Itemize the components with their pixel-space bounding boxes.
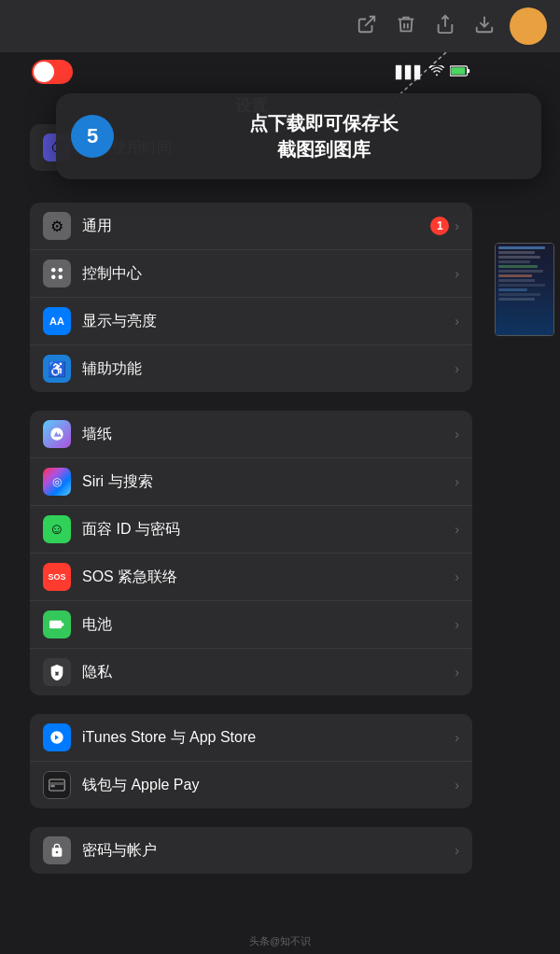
chevron-icon: › xyxy=(455,730,459,745)
svg-point-6 xyxy=(51,268,56,273)
sos-icon: SOS xyxy=(43,563,71,591)
export-icon[interactable] xyxy=(357,14,377,39)
display-icon: AA xyxy=(43,307,71,335)
row-faceid[interactable]: ☺ 面容 ID 与密码 › xyxy=(30,506,472,554)
row-accessibility[interactable]: ♿ 辅助功能 › xyxy=(30,345,472,392)
row-passwords[interactable]: 密码与帐户 › xyxy=(30,827,472,874)
settings-group-2: ⚙ 通用 1 › 控制中心 › AA 显示与亮度 › ♿ 辅助功能 xyxy=(30,203,472,392)
thumbnail-inner xyxy=(496,244,553,335)
svg-point-8 xyxy=(51,275,56,280)
faceid-label: 面容 ID 与密码 xyxy=(82,520,455,540)
chevron-icon: › xyxy=(455,474,459,489)
appstore-icon xyxy=(43,723,71,751)
svg-line-0 xyxy=(365,16,374,25)
chevron-icon: › xyxy=(455,617,459,632)
wifi-icon xyxy=(429,65,444,79)
svg-rect-11 xyxy=(62,623,63,626)
general-label: 通用 xyxy=(82,217,430,236)
svg-point-9 xyxy=(59,275,63,280)
download-icon[interactable] xyxy=(474,14,495,39)
status-bar: ▋▋▋ xyxy=(17,52,485,91)
itunes-label: iTunes Store 与 App Store xyxy=(82,728,455,748)
chevron-icon: › xyxy=(455,522,459,537)
callout-tooltip: 5 点下载即可保存长截图到图库 xyxy=(56,93,541,179)
svg-rect-10 xyxy=(49,621,62,629)
chevron-icon: › xyxy=(455,314,459,329)
svg-rect-4 xyxy=(468,68,470,72)
siri-icon: ◎ xyxy=(43,468,71,496)
settings-group-5: 密码与帐户 › xyxy=(30,827,472,874)
chevron-icon: › xyxy=(455,569,459,584)
sos-label: SOS 紧急联络 xyxy=(82,568,455,587)
general-icon: ⚙ xyxy=(43,212,71,240)
callout-text: 点下载即可保存长截图到图库 xyxy=(125,110,523,162)
general-badge: 1 xyxy=(430,217,449,235)
chevron-icon: › xyxy=(455,218,459,233)
battery-icon xyxy=(450,65,470,79)
trash-icon[interactable] xyxy=(396,14,416,39)
row-general[interactable]: ⚙ 通用 1 › xyxy=(30,203,472,250)
faceid-icon: ☺ xyxy=(43,515,71,543)
passwords-label: 密码与帐户 xyxy=(82,841,455,861)
toggle-switch[interactable] xyxy=(32,60,73,84)
wallet-icon xyxy=(43,771,71,799)
battery-icon-row xyxy=(43,610,71,638)
battery-label: 电池 xyxy=(82,615,455,635)
display-label: 显示与亮度 xyxy=(82,312,455,331)
svg-point-7 xyxy=(59,268,63,273)
signal-icon: ▋▋▋ xyxy=(396,65,424,79)
toggle-knob xyxy=(34,62,54,82)
control-icon xyxy=(43,260,71,288)
callout-number: 5 xyxy=(71,115,114,158)
chevron-icon: › xyxy=(455,778,459,793)
privacy-label: 隐私 xyxy=(82,663,455,682)
thumbnail-preview xyxy=(495,243,554,336)
wallpaper-label: 墙纸 xyxy=(82,425,455,444)
top-toolbar xyxy=(0,0,560,52)
chevron-icon: › xyxy=(455,361,459,376)
row-siri[interactable]: ◎ Siri 与搜索 › xyxy=(30,458,472,506)
row-wallet[interactable]: 钱包与 Apple Pay › xyxy=(30,762,472,808)
wallet-label: 钱包与 Apple Pay xyxy=(82,776,455,795)
share-icon[interactable] xyxy=(435,14,455,39)
chevron-icon: › xyxy=(455,843,459,858)
phone-screen: ▋▋▋ 设置 ⏱ 屏幕使用时间 › ⚙ xyxy=(17,52,485,926)
passwords-icon xyxy=(43,836,71,864)
accessibility-label: 辅助功能 xyxy=(82,359,455,379)
settings-group-3: 墙纸 › ◎ Siri 与搜索 › ☺ 面容 ID 与密码 › SOS SOS … xyxy=(30,411,472,695)
row-control[interactable]: 控制中心 › xyxy=(30,250,472,298)
wallpaper-icon xyxy=(43,420,71,448)
chevron-icon: › xyxy=(455,665,459,680)
svg-rect-14 xyxy=(50,785,55,787)
accessibility-icon: ♿ xyxy=(43,355,71,383)
watermark: 头条@知不识 xyxy=(0,934,560,948)
chevron-icon: › xyxy=(455,266,459,281)
row-display[interactable]: AA 显示与亮度 › xyxy=(30,298,472,345)
avatar[interactable] xyxy=(510,7,547,45)
row-battery[interactable]: 电池 › xyxy=(30,601,472,649)
row-sos[interactable]: SOS SOS 紧急联络 › xyxy=(30,554,472,601)
chevron-icon: › xyxy=(455,427,459,442)
control-label: 控制中心 xyxy=(82,264,455,284)
row-wallpaper[interactable]: 墙纸 › xyxy=(30,411,472,458)
privacy-icon xyxy=(43,658,71,686)
svg-rect-5 xyxy=(451,67,465,75)
row-privacy[interactable]: 隐私 › xyxy=(30,649,472,695)
row-itunes[interactable]: iTunes Store 与 App Store › xyxy=(30,714,472,762)
siri-label: Siri 与搜索 xyxy=(82,472,455,492)
settings-group-4: iTunes Store 与 App Store › 钱包与 Apple Pay… xyxy=(30,714,472,808)
svg-rect-13 xyxy=(49,782,65,785)
